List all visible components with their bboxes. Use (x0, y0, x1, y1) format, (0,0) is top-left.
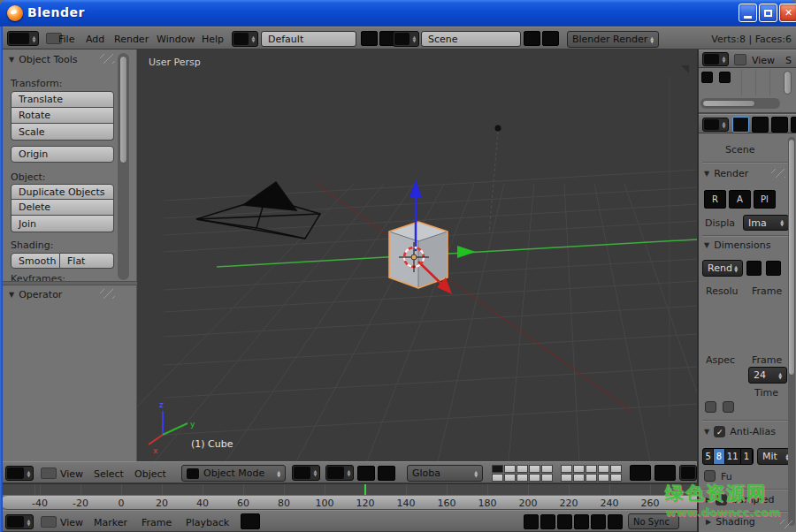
close-button[interactable]: ✕ (779, 4, 796, 22)
editor-type-selector[interactable]: ▲▼ (702, 118, 729, 132)
scrollbar-thumb[interactable] (788, 139, 795, 376)
scene-name-field[interactable]: Scene (421, 31, 521, 47)
tab-world-icon[interactable] (771, 117, 788, 133)
antialiasing-panel-header[interactable]: ▼✓Anti-Alias (704, 426, 794, 437)
mode-dropdown[interactable]: Object Mode▲▼ (181, 465, 286, 482)
sync-dropdown[interactable]: No Sync (628, 513, 679, 529)
viewport-shading-selector[interactable]: ▲▼ (292, 465, 320, 481)
object-tools-panel-header[interactable]: ▼Object Tools (9, 54, 78, 65)
sampled-checkbox[interactable] (716, 494, 727, 505)
aa-samples-8-active[interactable]: 8 (714, 449, 724, 464)
layers-group-2[interactable] (561, 465, 622, 482)
menu-select[interactable]: Select (94, 468, 124, 480)
editor-type-selector[interactable]: ▲▼ (5, 514, 34, 529)
editor-type-selector[interactable]: ▲▼ (702, 52, 729, 66)
panel-drag-grip[interactable] (100, 289, 115, 299)
manipulator-toggle-icon[interactable] (357, 466, 375, 481)
shading-panel-header[interactable]: ▶Shading (706, 516, 755, 528)
origin-button[interactable]: Origin (11, 146, 114, 163)
manipulator-y-arrow[interactable] (457, 246, 476, 258)
menu-view[interactable]: View (60, 468, 83, 480)
region-expand-arrow-icon[interactable] (681, 65, 689, 73)
menu-object[interactable]: Object (134, 468, 166, 480)
tab-object-icon[interactable] (791, 117, 796, 133)
manipulator-translate-icon[interactable] (378, 466, 395, 481)
delete-button[interactable]: Delete (11, 200, 114, 216)
outliner-content[interactable] (699, 68, 796, 113)
render-engine-dropdown[interactable]: Blender Render▲▼ (567, 31, 659, 48)
aa-samples-11[interactable]: 11 (725, 449, 741, 464)
menu-render[interactable]: Render (114, 34, 149, 45)
render-animation-button[interactable]: A (729, 190, 751, 209)
next-keyframe-button[interactable] (591, 514, 606, 529)
lamp-object[interactable] (489, 125, 501, 234)
render-presets-dropdown[interactable]: Rend▲▼ (702, 260, 743, 277)
preset-remove-button[interactable] (766, 261, 781, 276)
dimensions-panel-header[interactable]: ▼Dimensions (704, 239, 770, 251)
play-button[interactable] (574, 514, 589, 529)
jump-start-button[interactable] (524, 514, 539, 529)
sampled-motion-blur-panel-header[interactable]: ▶Sampled (706, 494, 774, 505)
screen-layout-field[interactable]: Default (261, 31, 356, 47)
outliner-scene-icon[interactable] (701, 72, 713, 83)
scrollbar-thumb[interactable] (119, 56, 127, 163)
menu-file[interactable]: File (58, 34, 74, 45)
layers-group-1[interactable] (492, 465, 553, 482)
scrollbar-thumb[interactable] (702, 100, 755, 107)
lock-layers-icon[interactable] (630, 465, 651, 481)
menu-view[interactable]: View (752, 55, 775, 66)
minimize-button[interactable] (739, 4, 757, 22)
menu-playback[interactable]: Playback (186, 517, 229, 528)
snap-element-selector[interactable] (679, 465, 697, 481)
scene-browse-selector[interactable]: ▲▼ (393, 31, 419, 47)
editor-type-selector[interactable]: ▲▼ (7, 31, 39, 46)
menu-add[interactable]: Add (86, 34, 104, 45)
tab-scene-icon[interactable] (752, 117, 769, 133)
smooth-button[interactable]: Smooth (11, 253, 60, 269)
timeline-track-area[interactable] (0, 483, 697, 495)
play-reverse-button[interactable] (557, 514, 572, 529)
tab-render-icon[interactable] (732, 117, 749, 133)
screen-browse-selector[interactable]: ▲▼ (232, 31, 258, 47)
editor-type-selector[interactable]: ▲▼ (5, 466, 34, 481)
add-screen-button[interactable] (361, 31, 378, 46)
rotate-button[interactable]: Rotate (11, 108, 114, 124)
record-toggle-icon[interactable] (241, 513, 260, 529)
translate-button[interactable]: Translate (11, 91, 114, 108)
render-image-button[interactable]: R (704, 190, 726, 209)
menu-frame[interactable]: Frame (142, 517, 172, 528)
panel-drag-grip[interactable] (100, 54, 115, 64)
scale-button[interactable]: Scale (11, 124, 114, 141)
delete-scene-button[interactable] (542, 31, 559, 46)
operator-panel-header[interactable]: ▼Operator (9, 289, 62, 300)
menu-view[interactable]: View (60, 517, 83, 528)
duplicate-objects-button[interactable]: Duplicate Objects (11, 184, 114, 200)
outliner-object-icon[interactable] (719, 72, 731, 83)
prev-keyframe-button[interactable] (540, 514, 555, 529)
framerate-dropdown[interactable]: 24▲▼ (748, 367, 787, 384)
antialiasing-checkbox[interactable]: ✓ (714, 426, 725, 437)
header-menu-toggle-icon[interactable] (41, 516, 57, 528)
full-sample-checkbox[interactable] (704, 470, 716, 482)
aa-samples-5[interactable]: 5 (703, 449, 714, 464)
jump-end-button[interactable] (608, 514, 623, 529)
aa-samples-16[interactable]: 1 (741, 449, 753, 464)
outliner-h-scrollbar[interactable] (700, 98, 780, 109)
menu-window[interactable]: Window (157, 34, 195, 45)
add-scene-button[interactable] (524, 31, 540, 46)
title-bar[interactable]: Blender ✕ (0, 0, 796, 27)
transform-orientation-dropdown[interactable]: Globa▲▼ (407, 465, 483, 482)
render-play-button[interactable]: Pl (754, 190, 776, 209)
timeline-ruler[interactable]: -40 -20 0 20 40 60 80 100 120 140 160 18… (0, 495, 697, 510)
menu-search[interactable]: S (785, 55, 792, 66)
viewport-3d[interactable]: z y x User Persp (1) Cube (137, 49, 699, 461)
header-menu-toggle-icon[interactable] (41, 467, 57, 479)
menu-marker[interactable]: Marker (94, 517, 127, 528)
fields-checkbox[interactable] (705, 401, 716, 413)
display-dropdown[interactable]: Ima▲▼ (743, 215, 789, 231)
join-button[interactable]: Join (11, 216, 114, 232)
flat-button[interactable]: Flat (60, 253, 114, 269)
render-panel-header[interactable]: ▼Render (704, 168, 748, 179)
snap-toggle-icon[interactable] (654, 465, 676, 481)
fields-order-checkbox[interactable] (723, 401, 734, 413)
